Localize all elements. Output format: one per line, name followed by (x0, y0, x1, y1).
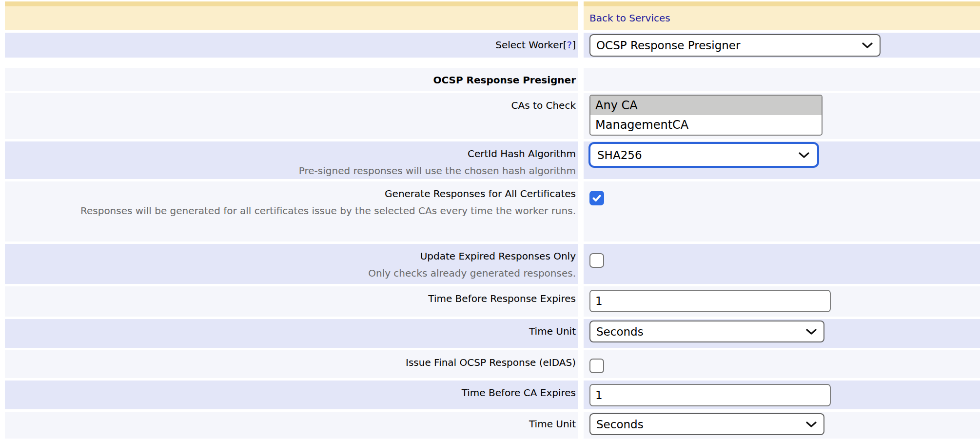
eidas-row: Issue Final OCSP Response (eIDAS) (5, 350, 980, 378)
listbox-option-any-ca[interactable]: Any CA (590, 96, 822, 115)
time-before-response-row: Time Before Response Expires (5, 286, 980, 317)
chevron-down-icon (806, 421, 817, 427)
chevron-down-icon (806, 329, 817, 335)
hash-algorithm-select-value: SHA256 (597, 149, 642, 161)
time-unit-response-value: Seconds (596, 325, 644, 338)
back-to-services-link[interactable]: Back to Services (589, 10, 670, 27)
time-unit-ca-label: Time Unit (5, 412, 578, 439)
back-link-row: Back to Services (5, 6, 980, 30)
time-unit-ca-value: Seconds (596, 418, 644, 431)
update-expired-label: Update Expired Responses Only (6, 248, 576, 265)
update-expired-subtitle: Only checks already generated responses. (6, 265, 576, 282)
worker-select[interactable]: OCSP Response Presigner (589, 34, 881, 57)
eidas-checkbox[interactable] (589, 359, 604, 373)
hash-algorithm-select[interactable]: SHA256 (590, 144, 817, 166)
time-before-ca-label: Time Before CA Expires (5, 381, 578, 409)
cas-to-check-label: CAs to Check (5, 93, 578, 139)
select-worker-label-text: Select Worker (495, 39, 563, 51)
cas-listbox[interactable]: Any CA ManagementCA (589, 95, 823, 136)
time-unit-ca-select[interactable]: Seconds (589, 413, 824, 435)
back-link-row-spacer (5, 6, 578, 30)
header-strip-left-cell (5, 1, 578, 6)
time-before-ca-row: Time Before CA Expires (5, 381, 980, 409)
help-bracket-close: ] (572, 39, 576, 51)
table-header-strip (5, 1, 980, 6)
ocsp-presigner-worker-page: Back to Services Select Worker[?] OCSP R… (5, 0, 980, 439)
eidas-label: Issue Final OCSP Response (eIDAS) (5, 350, 578, 378)
select-worker-row: Select Worker[?] OCSP Response Presigner (5, 33, 980, 58)
chevron-down-icon (862, 42, 873, 48)
certid-hash-subtitle: Pre-signed responses will use the chosen… (6, 162, 576, 180)
help-link[interactable]: ? (567, 39, 572, 51)
update-expired-row: Update Expired Responses Only Only check… (5, 244, 980, 284)
header-strip-right-cell (584, 1, 980, 6)
listbox-option-managementca[interactable]: ManagementCA (590, 115, 822, 135)
certid-hash-label: CertId Hash Algorithm (6, 145, 576, 162)
check-icon (591, 193, 602, 203)
worker-title: OCSP Response Presigner (5, 68, 578, 91)
worker-title-right-cell (584, 68, 980, 91)
update-expired-checkbox[interactable] (589, 253, 604, 268)
time-unit-response-label: Time Unit (5, 319, 578, 348)
worker-title-row: OCSP Response Presigner (5, 68, 980, 91)
generate-all-row: Generate Responses for All Certificates … (5, 181, 980, 241)
time-unit-ca-row: Time Unit Seconds (5, 412, 980, 439)
generate-all-label: Generate Responses for All Certificates (6, 185, 576, 202)
chevron-down-icon (799, 152, 809, 158)
certid-hash-row: CertId Hash Algorithm Pre-signed respons… (5, 141, 980, 179)
worker-select-value: OCSP Response Presigner (596, 39, 740, 52)
time-before-ca-input[interactable] (589, 384, 831, 406)
time-before-response-label: Time Before Response Expires (5, 286, 578, 317)
time-unit-response-select[interactable]: Seconds (589, 321, 824, 342)
time-before-response-input[interactable] (589, 290, 831, 312)
generate-all-checkbox[interactable] (589, 191, 604, 205)
help-bracket-open: [ (563, 39, 567, 51)
generate-all-subtitle: Responses will be generated for all cert… (6, 202, 576, 220)
select-worker-label: Select Worker[?] (5, 33, 578, 58)
cas-to-check-row: CAs to Check Any CA ManagementCA (5, 93, 980, 139)
time-unit-response-row: Time Unit Seconds (5, 319, 980, 348)
